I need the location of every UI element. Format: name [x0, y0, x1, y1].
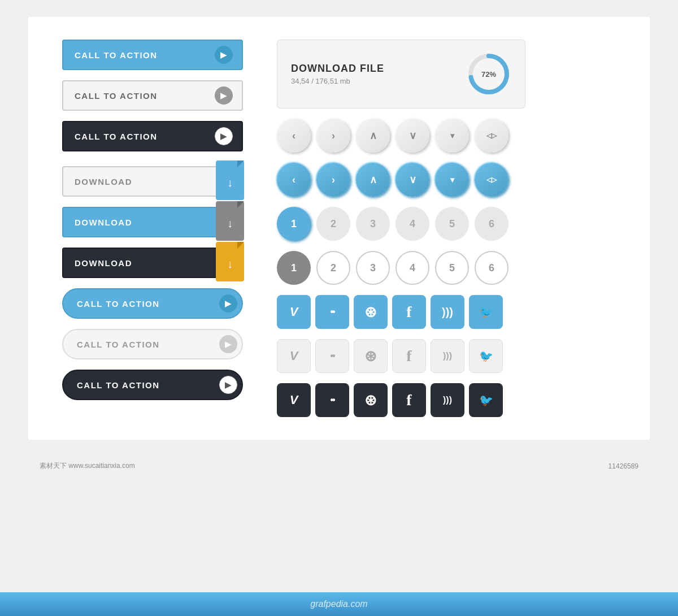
download-blue-tab-wrapper: DOWNLOAD ↓ — [62, 166, 243, 197]
cta-dark-label: CALL TO ACTION — [75, 132, 158, 141]
twitter-light-button[interactable]: 🐦 — [469, 339, 503, 373]
download-gray-tab-wrapper: DOWNLOAD ↓ — [62, 207, 243, 237]
cta-pill-blue-label: CALL TO ACTION — [77, 299, 160, 309]
download-blue-tab: ↓ — [216, 160, 244, 200]
chinese-footer: 素材天下 www.sucaitianxia.com 11426589 — [28, 457, 650, 475]
arrow-up-blue[interactable]: ∧ — [356, 163, 390, 197]
social-buttons-light-row: V •• ⊛ f ))) 🐦 — [277, 339, 616, 373]
left-column: CALL TO ACTION ▶ CALL TO ACTION ▶ CALL T… — [62, 40, 243, 417]
arrow-expand-blue[interactable]: ◁▷ — [475, 163, 508, 197]
flickr-light-button[interactable]: •• — [315, 339, 349, 373]
download-card-info: DOWNLOAD FILE 34,54 / 176,51 mb — [291, 63, 384, 85]
cta-pill-blue-button[interactable]: CALL TO ACTION ▶ — [62, 288, 243, 319]
rss-dark-button[interactable]: ))) — [431, 383, 464, 417]
download-yellow-tab: ↓ — [216, 242, 244, 281]
rss-blue-button[interactable]: ))) — [431, 295, 464, 329]
num-btn-5-outline[interactable]: 5 — [435, 251, 469, 285]
vimeo-blue-button[interactable]: V — [277, 295, 311, 329]
social-buttons-blue-row: V •• ⊛ f ))) 🐦 — [277, 295, 616, 329]
num-btn-3-light[interactable]: 3 — [356, 207, 390, 241]
arrow-right-light[interactable]: › — [316, 119, 350, 153]
arrow-left-light[interactable]: ‹ — [277, 119, 311, 153]
right-column: DOWNLOAD FILE 34,54 / 176,51 mb 72% ‹ › … — [277, 40, 616, 417]
facebook-light-button[interactable]: f — [392, 339, 426, 373]
dribbble-light-button[interactable]: ⊛ — [354, 339, 388, 373]
arrow-down-blue[interactable]: ∨ — [395, 163, 429, 197]
twitter-blue-button[interactable]: 🐦 — [469, 295, 503, 329]
arrow-left-blue[interactable]: ‹ — [277, 163, 311, 197]
num-btn-1-blue[interactable]: 1 — [277, 207, 311, 241]
num-btn-6-outline[interactable]: 6 — [475, 251, 508, 285]
download-arrow-gray: ↓ — [227, 217, 233, 230]
watermark-text: grafpedia.com — [310, 599, 367, 609]
facebook-dark-button[interactable]: f — [392, 383, 426, 417]
cta-pill-dark-button[interactable]: CALL TO ACTION ▶ — [62, 370, 243, 400]
dribbble-blue-button[interactable]: ⊛ — [354, 295, 388, 329]
cta-dark-button[interactable]: CALL TO ACTION ▶ — [62, 121, 243, 151]
number-buttons-blue-row: 1 2 3 4 5 6 — [277, 207, 616, 241]
cta-gray-button[interactable]: CALL TO ACTION ▶ — [62, 80, 243, 111]
social-buttons-dark-row: V •• ⊛ f ))) 🐦 — [277, 383, 616, 417]
play-icon-gray: ▶ — [215, 86, 233, 105]
download-arrow-yellow: ↓ — [227, 258, 233, 271]
num-btn-3-outline[interactable]: 3 — [356, 251, 390, 285]
num-btn-1-dark[interactable]: 1 — [277, 251, 311, 285]
arrow-up-light[interactable]: ∧ — [356, 119, 390, 153]
num-btn-2-light[interactable]: 2 — [316, 207, 350, 241]
chinese-left-text: 素材天下 www.sucaitianxia.com — [40, 461, 135, 471]
flickr-dark-button[interactable]: •• — [315, 383, 349, 417]
download-dark-label: DOWNLOAD — [75, 258, 132, 268]
number-buttons-outline-row: 1 2 3 4 5 6 — [277, 251, 616, 285]
download-blue-label: DOWNLOAD — [75, 218, 132, 227]
vimeo-light-button[interactable]: V — [277, 339, 311, 373]
arrow-buttons-blue-row: ‹ › ∧ ∨ ▾ ◁▷ — [277, 163, 616, 197]
cta-pill-gray-label: CALL TO ACTION — [77, 340, 160, 349]
num-btn-6-light[interactable]: 6 — [475, 207, 508, 241]
cta-blue-button[interactable]: CALL TO ACTION ▶ — [62, 40, 243, 70]
download-file-card: DOWNLOAD FILE 34,54 / 176,51 mb 72% — [277, 40, 525, 109]
download-yellow-tab-wrapper: DOWNLOAD ↓ — [62, 248, 243, 278]
play-icon-pill-blue: ▶ — [219, 294, 237, 313]
play-icon-blue: ▶ — [215, 46, 233, 64]
arrow-expand-light[interactable]: ◁▷ — [475, 119, 508, 153]
circular-progress: 72% — [466, 51, 511, 97]
num-btn-2-outline[interactable]: 2 — [316, 251, 350, 285]
num-btn-5-light[interactable]: 5 — [435, 207, 469, 241]
play-icon-dark: ▶ — [215, 127, 233, 145]
dribbble-dark-button[interactable]: ⊛ — [354, 383, 388, 417]
arrow-small-down-blue[interactable]: ▾ — [435, 163, 469, 197]
facebook-blue-button[interactable]: f — [392, 295, 426, 329]
flickr-blue-button[interactable]: •• — [315, 295, 349, 329]
download-file-title: DOWNLOAD FILE — [291, 63, 384, 75]
watermark-footer: grafpedia.com — [0, 592, 678, 616]
cta-gray-label: CALL TO ACTION — [75, 91, 158, 101]
circle-percent-label: 72% — [481, 70, 496, 79]
num-btn-4-light[interactable]: 4 — [395, 207, 429, 241]
download-white-label: DOWNLOAD — [75, 177, 132, 186]
play-icon-pill-dark: ▶ — [219, 376, 237, 394]
download-arrow-blue: ↓ — [227, 176, 233, 189]
download-file-progress: 34,54 / 176,51 mb — [291, 77, 384, 85]
tab-fold-blue — [237, 160, 244, 167]
arrow-right-blue[interactable]: › — [316, 163, 350, 197]
download-gray-tab: ↓ — [216, 201, 244, 241]
cta-blue-label: CALL TO ACTION — [75, 50, 158, 60]
rss-light-button[interactable]: ))) — [431, 339, 464, 373]
chinese-right-text: 11426589 — [609, 462, 638, 470]
cta-pill-dark-label: CALL TO ACTION — [77, 380, 160, 390]
arrow-down-light[interactable]: ∨ — [395, 119, 429, 153]
arrow-buttons-light-row: ‹ › ∧ ∨ ▾ ◁▷ — [277, 119, 616, 153]
tab-fold-yellow — [237, 242, 244, 249]
arrow-small-down-light[interactable]: ▾ — [435, 119, 469, 153]
play-icon-pill-gray: ▶ — [219, 335, 237, 353]
num-btn-4-outline[interactable]: 4 — [395, 251, 429, 285]
tab-fold-gray — [237, 201, 244, 208]
cta-pill-gray-button[interactable]: CALL TO ACTION ▶ — [62, 329, 243, 359]
vimeo-dark-button[interactable]: V — [277, 383, 311, 417]
twitter-dark-button[interactable]: 🐦 — [469, 383, 503, 417]
